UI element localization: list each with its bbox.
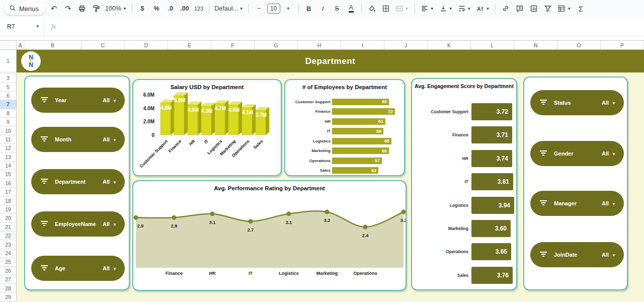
row-header-17[interactable]: 17 <box>0 188 17 196</box>
select-all-corner[interactable] <box>0 41 17 49</box>
menus-button[interactable]: Menus <box>4 2 46 15</box>
row-header-8[interactable]: 8 <box>0 109 17 118</box>
text-color-button[interactable]: A <box>345 3 357 15</box>
decrease-font-size-button[interactable]: − <box>253 3 265 15</box>
formula-input[interactable] <box>56 17 644 36</box>
row-header-16[interactable]: 16 <box>0 179 17 188</box>
filter-value-dropdown[interactable]: All ▼ <box>602 252 616 258</box>
filter-pill-age[interactable]: AgeAll ▼ <box>31 256 125 281</box>
borders-button[interactable] <box>380 3 392 15</box>
zoom-select[interactable]: 100%▼ <box>104 3 128 15</box>
row-header-22[interactable]: 22 <box>0 232 17 240</box>
more-formats-button[interactable]: 123 <box>193 3 205 15</box>
filter-value-dropdown[interactable]: All ▼ <box>602 150 616 157</box>
filter-value-dropdown[interactable]: All ▼ <box>602 200 616 206</box>
column-header-F[interactable]: F <box>211 41 255 49</box>
filter-value-dropdown[interactable]: All ▼ <box>103 265 117 271</box>
filter-pill-year[interactable]: YearAll ▼ <box>31 88 125 113</box>
salary-chart[interactable]: Salary USD by Department 6.0M4.0M2.0M04.… <box>132 79 282 176</box>
engagement-chart[interactable]: Avg. Engagement Score by Department Cust… <box>411 78 517 290</box>
row-header-10[interactable]: 10 <box>0 126 17 135</box>
filter-pill-status[interactable]: StatusAll ▼ <box>530 90 624 115</box>
filter-value-dropdown[interactable]: All ▼ <box>602 100 616 106</box>
insert-link-button[interactable] <box>500 3 512 15</box>
column-header-C[interactable]: C <box>82 41 125 49</box>
row-header-14[interactable]: 14 <box>0 162 17 170</box>
create-filter-button[interactable] <box>542 3 554 15</box>
filter-pill-department[interactable]: DepartmentAll ▼ <box>31 169 125 194</box>
bold-button[interactable]: B <box>303 3 315 15</box>
filter-value-dropdown[interactable]: All ▼ <box>103 179 117 185</box>
row-header-28[interactable]: 28 <box>0 284 17 292</box>
insert-chart-button[interactable] <box>528 3 540 15</box>
column-header-J[interactable]: J <box>384 41 428 49</box>
strikethrough-button[interactable]: S <box>331 3 343 15</box>
decrease-decimals-button[interactable]: .0 <box>165 3 177 15</box>
performance-chart[interactable]: Avg. Performance Rating by Department 2.… <box>132 180 407 291</box>
font-select[interactable]: Defaul...▼ <box>213 3 244 15</box>
employees-chart[interactable]: # of Employees by Department Customer Su… <box>284 79 405 176</box>
row-header-29[interactable]: 29 <box>0 293 17 301</box>
row-header-3[interactable]: 3 <box>0 74 17 83</box>
insert-comment-button[interactable] <box>514 3 526 15</box>
row-header-20[interactable]: 20 <box>0 214 17 222</box>
row-header-19[interactable]: 19 <box>0 205 17 214</box>
font-size-input[interactable]: 10 <box>267 4 280 14</box>
column-header-D[interactable]: D <box>125 41 168 49</box>
name-box[interactable]: R7 ▼ <box>0 17 44 36</box>
column-header-P[interactable]: P <box>601 41 644 49</box>
horizontal-align-button[interactable]: ▼ <box>419 3 436 15</box>
row-header-6[interactable]: 6 <box>0 92 17 100</box>
row-header-21[interactable]: 21 <box>0 223 17 232</box>
format-percent-button[interactable]: % <box>150 3 163 15</box>
filter-pill-joindate[interactable]: JoinDateAll ▼ <box>530 242 624 267</box>
sheet-grid[interactable]: N t N Department YearAll ▼MonthAll ▼Depa… <box>17 50 644 302</box>
text-rotation-button[interactable]: ▼ <box>474 3 491 15</box>
filter-value-dropdown[interactable]: All ▼ <box>103 97 117 103</box>
redo-button[interactable]: ↷ <box>62 3 74 15</box>
row-header-7[interactable]: 7 <box>0 100 17 109</box>
filter-pill-manager[interactable]: ManagerAll ▼ <box>530 191 624 216</box>
filter-pill-gender[interactable]: GenderAll ▼ <box>530 141 624 166</box>
row-header-12[interactable]: 12 <box>0 144 17 153</box>
column-header-E[interactable]: E <box>168 41 211 49</box>
row-header-27[interactable]: 27 <box>0 275 17 284</box>
format-currency-button[interactable]: $ <box>136 3 148 15</box>
italic-button[interactable]: I <box>317 3 329 15</box>
column-header-H[interactable]: H <box>298 41 341 49</box>
row-header-25[interactable]: 25 <box>0 258 17 266</box>
row-header-11[interactable]: 11 <box>0 135 17 144</box>
fill-color-button[interactable] <box>366 3 378 15</box>
row-header-5[interactable]: 5 <box>0 83 17 91</box>
column-header-L[interactable]: L <box>471 41 514 49</box>
column-header-A[interactable]: A <box>17 41 24 49</box>
filter-value-dropdown[interactable]: All ▼ <box>103 136 117 142</box>
filter-views-button[interactable]: ▼ <box>556 3 573 15</box>
functions-button[interactable]: Σ <box>575 3 587 15</box>
undo-button[interactable]: ↶ <box>48 3 60 15</box>
column-header-B[interactable]: B <box>24 41 82 49</box>
row-header-18[interactable]: 18 <box>0 196 17 205</box>
row-header-15[interactable]: 15 <box>0 170 17 179</box>
column-header-G[interactable]: G <box>255 41 298 49</box>
column-header-K[interactable]: K <box>428 41 471 49</box>
row-header-23[interactable]: 23 <box>0 240 17 249</box>
text-wrap-button[interactable]: ▼ <box>456 3 473 15</box>
row-header-9[interactable]: 9 <box>0 118 17 126</box>
merge-cells-button[interactable]: ▼ <box>394 3 411 15</box>
print-button[interactable] <box>76 3 88 15</box>
column-header-I[interactable]: I <box>341 41 384 49</box>
column-header-N[interactable]: N <box>514 41 557 49</box>
paint-format-button[interactable] <box>90 3 102 15</box>
filter-pill-employeename[interactable]: EmployeeNameAll ▼ <box>31 211 125 237</box>
column-header-O[interactable]: O <box>557 41 601 49</box>
increase-font-size-button[interactable]: + <box>282 3 294 15</box>
row-header-1[interactable]: 1 <box>0 50 17 72</box>
increase-decimals-button[interactable]: .00 <box>179 3 191 15</box>
filter-pill-month[interactable]: MonthAll ▼ <box>31 127 125 152</box>
row-header-13[interactable]: 13 <box>0 153 17 162</box>
filter-value-dropdown[interactable]: All ▼ <box>103 221 117 227</box>
row-header-26[interactable]: 26 <box>0 267 17 275</box>
row-header-24[interactable]: 24 <box>0 249 17 258</box>
vertical-align-button[interactable]: ▼ <box>438 3 454 15</box>
